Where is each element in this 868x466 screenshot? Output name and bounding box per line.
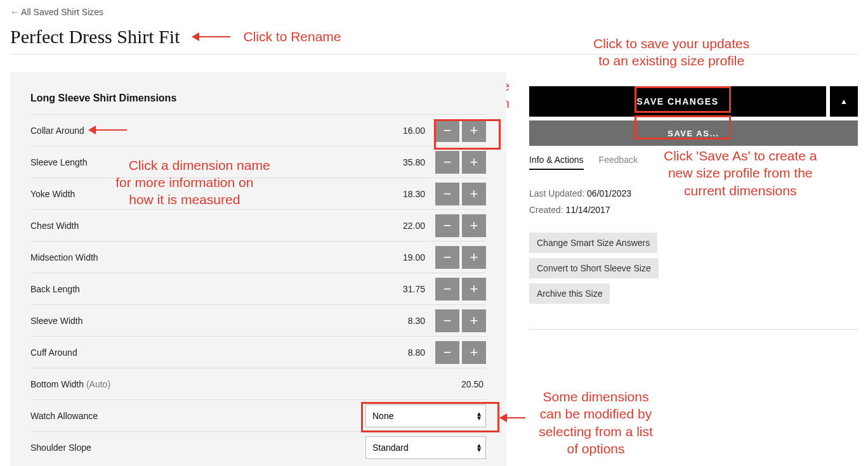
meta-label: Last Updated: [529, 188, 587, 198]
profile-title[interactable]: Perfect Dress Shirt Fit [10, 26, 180, 48]
save-as-button[interactable]: SAVE AS... [529, 120, 858, 146]
dimension-label[interactable]: Yoke Width [30, 189, 391, 199]
increase-button[interactable]: + [462, 341, 486, 364]
decrease-button[interactable]: − [435, 214, 459, 237]
dimensions-panel: Click a dimension name for more informat… [10, 72, 506, 466]
decrease-button[interactable]: − [435, 309, 459, 332]
dimension-row-watch-allowance: Watch Allowance None ▴▾ [30, 399, 486, 431]
annotation-arrow-icon [500, 417, 525, 418]
dimension-label[interactable]: Bottom Width (Auto) [30, 379, 442, 389]
dimension-value: 16.00 [391, 126, 435, 136]
dimension-row: Chest Width22.00−+ [30, 209, 486, 241]
decrease-button[interactable]: − [435, 119, 459, 142]
dimension-row: Cuff Around8.80−+ [30, 336, 486, 368]
divider [10, 54, 858, 55]
dimension-label-text: Bottom Width [30, 379, 84, 389]
dimension-row: Collar Around16.00−+ [30, 114, 486, 146]
divider [529, 329, 858, 330]
decrease-button[interactable]: − [435, 341, 459, 364]
created: Created: 11/14/2017 [529, 205, 858, 215]
save-changes-button[interactable]: SAVE CHANGES [529, 86, 826, 117]
tab-feedback[interactable]: Feedback [599, 155, 638, 170]
dimension-value: 8.30 [391, 316, 435, 326]
change-smart-size-button[interactable]: Change Smart Size Answers [529, 233, 657, 253]
increase-button[interactable]: + [462, 214, 486, 237]
increase-button[interactable]: + [462, 119, 486, 142]
dimension-value: 22.00 [391, 221, 435, 231]
dimension-row: Sleeve Length35.80−+ [30, 146, 486, 178]
annotation-rename: Click to Rename [243, 28, 341, 45]
dimension-row: Midsection Width19.00−+ [30, 241, 486, 273]
dimension-label[interactable]: Cuff Around [30, 347, 391, 358]
dimension-row: Yoke Width18.30−+ [30, 178, 486, 209]
increase-button[interactable]: + [462, 246, 486, 269]
dimension-value: 20.50 [442, 379, 486, 389]
section-title: Long Sleeve Shirt Dimensions [30, 93, 486, 104]
tab-info-actions[interactable]: Info & Actions [529, 155, 584, 170]
convert-short-sleeve-button[interactable]: Convert to Short Sleeve Size [529, 258, 659, 278]
watch-allowance-select[interactable]: None [365, 405, 486, 427]
dimension-row: Back Length31.75−+ [30, 273, 486, 304]
last-updated: Last Updated: 06/01/2023 [529, 188, 858, 198]
side-panel: SAVE CHANGES ▲ SAVE AS... Info & Actions… [529, 72, 858, 466]
dimension-row-shoulder-slope: Shoulder Slope Standard ▴▾ [30, 431, 486, 463]
dimension-label[interactable]: Watch Allowance [30, 411, 365, 421]
meta-value: 11/14/2017 [566, 205, 610, 215]
dimension-auto-tag: (Auto) [86, 379, 110, 389]
dimension-label[interactable]: Shoulder Slope [30, 443, 365, 453]
dimension-row: Sleeve Width8.30−+ [30, 304, 486, 336]
dimension-label[interactable]: Collar Around [30, 126, 391, 136]
dimension-value: 8.80 [391, 347, 435, 358]
dimension-value: 18.30 [391, 189, 435, 199]
dimension-value: 35.80 [391, 157, 435, 167]
annotation-arrow-icon [192, 36, 230, 37]
dimension-label[interactable]: Sleeve Width [30, 316, 391, 326]
dimension-label[interactable]: Chest Width [30, 221, 391, 231]
back-link[interactable]: ← All Saved Shirt Sizes [10, 7, 103, 17]
increase-button[interactable]: + [462, 151, 486, 174]
dimension-value: 19.00 [391, 252, 435, 262]
annotation-select: Some dimensions can be modified by selec… [529, 388, 662, 457]
decrease-button[interactable]: − [435, 151, 459, 174]
increase-button[interactable]: + [462, 309, 486, 332]
save-menu-toggle[interactable]: ▲ [830, 86, 858, 117]
decrease-button[interactable]: − [435, 246, 459, 269]
meta-value: 06/01/2023 [587, 188, 631, 198]
decrease-button[interactable]: − [435, 278, 459, 301]
meta-label: Created: [529, 205, 566, 215]
increase-button[interactable]: + [462, 278, 486, 301]
archive-size-button[interactable]: Archive this Size [529, 283, 610, 304]
increase-button[interactable]: + [462, 183, 486, 205]
dimension-row-bottom-width: Bottom Width (Auto) 20.50 [30, 368, 486, 399]
dimension-label[interactable]: Back Length [30, 284, 391, 294]
dimension-label[interactable]: Midsection Width [30, 252, 391, 262]
chevron-up-icon: ▲ [840, 97, 848, 106]
decrease-button[interactable]: − [435, 183, 459, 205]
dimension-label[interactable]: Sleeve Length [30, 157, 391, 167]
tabs: Info & Actions Feedback [529, 155, 858, 171]
dimension-value: 31.75 [391, 284, 435, 294]
shoulder-slope-select[interactable]: Standard [365, 436, 486, 459]
